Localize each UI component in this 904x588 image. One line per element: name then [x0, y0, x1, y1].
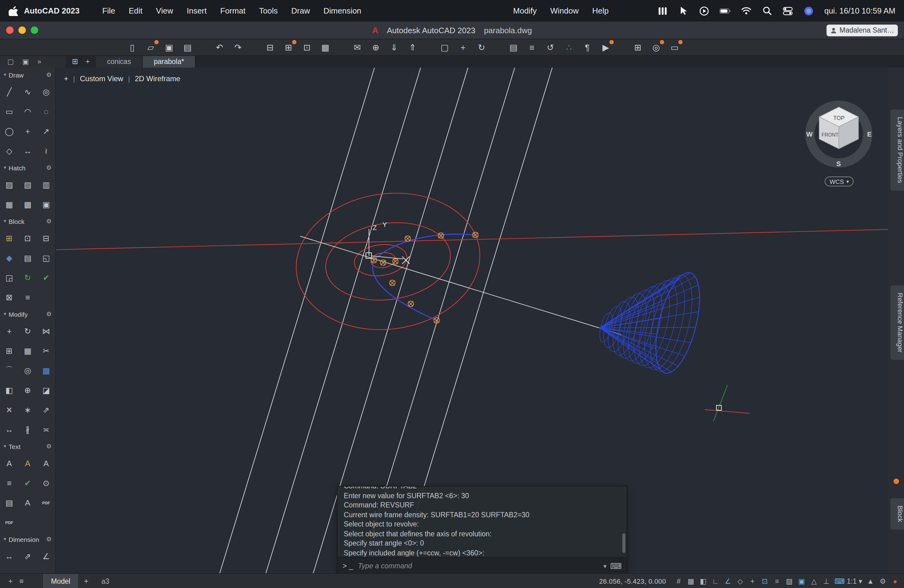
polygon-tool-icon[interactable]: ◇: [0, 141, 19, 161]
command-line-window[interactable]: Command: SURFTAB2Enter new value for SUR…: [337, 486, 627, 574]
ray-tool-icon[interactable]: ↗: [37, 121, 55, 141]
update-fields-icon[interactable]: ↺: [544, 41, 556, 53]
palette-add-button[interactable]: +: [5, 577, 16, 585]
annotation-visibility-toggle[interactable]: ▲: [866, 577, 874, 585]
point-style-icon[interactable]: ∴: [563, 41, 575, 53]
menu-format[interactable]: Format: [213, 6, 252, 15]
palette-grid-icon[interactable]: ▣: [22, 57, 29, 65]
line-tool-icon[interactable]: ╱: [0, 82, 19, 101]
compass-east-label[interactable]: E: [867, 130, 872, 138]
annotation-scale-toggle[interactable]: 1:1 ▾: [847, 577, 862, 585]
insert-block-tool-icon[interactable]: ⊞: [0, 228, 19, 248]
plot-preview-icon[interactable]: ⊡: [301, 41, 313, 53]
apple-menu-icon[interactable]: [9, 6, 18, 16]
add-layout-button[interactable]: +: [78, 576, 94, 586]
dynamic-input-toggle[interactable]: ⌨: [834, 577, 842, 585]
compass-west-label[interactable]: W: [806, 130, 813, 138]
spotlight-search-icon[interactable]: [762, 5, 773, 16]
menu-modify[interactable]: Modify: [506, 6, 544, 15]
overflow-chevron-icon[interactable]: »: [38, 58, 41, 65]
angular-dimension-tool-icon[interactable]: ∠: [37, 546, 55, 566]
edit-text-tool-icon[interactable]: A: [19, 453, 37, 473]
pan-icon[interactable]: +: [457, 41, 469, 53]
erase-tool-icon[interactable]: ✕: [0, 400, 19, 419]
3d-object-snap-toggle[interactable]: △: [810, 577, 818, 585]
rotate-tool-icon[interactable]: ↻: [19, 321, 37, 341]
justify-text-tool-icon[interactable]: ≡: [0, 473, 19, 493]
menu-bar-clock[interactable]: qui. 16/10 10:59 AM: [824, 6, 895, 15]
stretch-tool-icon[interactable]: ↔: [0, 419, 19, 439]
manage-attributes-tool-icon[interactable]: ▤: [19, 248, 37, 267]
screen-recording-icon[interactable]: [699, 5, 710, 16]
save-icon[interactable]: ▣: [163, 41, 175, 53]
extrude-tool-icon[interactable]: ◧: [0, 380, 19, 400]
layers-icon[interactable]: ≡: [526, 41, 538, 53]
palette-section-header-dimension[interactable]: ▾Dimension⚙: [0, 532, 55, 546]
export-icon[interactable]: ⇑: [406, 41, 419, 53]
spline-tool-icon[interactable]: ≀: [37, 141, 55, 161]
solid-fill-tool-icon[interactable]: ▩: [19, 194, 37, 214]
point-tool-icon[interactable]: +: [19, 121, 37, 141]
settings-gear-icon[interactable]: ⚙: [46, 218, 52, 224]
aligned-dimension-tool-icon[interactable]: ⇗: [19, 546, 37, 566]
settings-gear-icon[interactable]: ⚙: [46, 71, 52, 78]
wcs-dropdown[interactable]: WCS ▾: [825, 177, 854, 187]
fillet-tool-icon[interactable]: ⌒: [0, 360, 19, 380]
set-base-point-tool-icon[interactable]: ◲: [0, 267, 19, 287]
menu-window[interactable]: Window: [543, 6, 585, 15]
panel-tab-reference-manager[interactable]: Reference Manager: [890, 285, 904, 360]
revision-cloud-tool-icon[interactable]: ◌: [37, 101, 55, 121]
snap-mode-toggle[interactable]: ▦: [687, 577, 695, 585]
break-tool-icon[interactable]: ∦: [19, 419, 37, 439]
red-axis-line[interactable]: [55, 229, 888, 250]
spell-check-tool-icon[interactable]: ✔: [19, 473, 37, 493]
selection-cycling-toggle[interactable]: ▣: [798, 577, 806, 585]
settings-gear-icon[interactable]: ⚙: [46, 443, 52, 450]
point-marker[interactable]: [380, 260, 386, 266]
palette-section-header-text[interactable]: ▾Text⚙: [0, 439, 55, 453]
redo-icon[interactable]: ↷: [232, 41, 244, 53]
infer-constraints-toggle[interactable]: ◧: [699, 577, 707, 585]
palette-section-header-block[interactable]: ▾Block⚙: [0, 214, 55, 228]
rectangular-array-tool-icon[interactable]: ▩: [37, 360, 55, 380]
mirror-tool-icon[interactable]: ⋈: [37, 321, 55, 341]
import-icon[interactable]: ⇓: [388, 41, 400, 53]
visual-style-control[interactable]: 2D Wireframe: [135, 74, 180, 83]
view-name-control[interactable]: Custom View: [80, 74, 123, 83]
export-pdf-tool-icon[interactable]: PDF: [37, 493, 55, 512]
drawing-tab-conicas[interactable]: conicas: [96, 55, 143, 68]
array-tool-icon[interactable]: ▦: [19, 341, 37, 360]
move-tool-icon[interactable]: +: [0, 321, 19, 341]
viewport-menu-control[interactable]: +: [64, 74, 68, 83]
construction-line-tool-icon[interactable]: ↔: [19, 141, 37, 161]
join-tool-icon[interactable]: ≍: [37, 419, 55, 439]
control-center-icon[interactable]: [782, 5, 793, 16]
tool-sets-icon[interactable]: ▤: [507, 41, 520, 53]
settings-gear-icon[interactable]: ⚙: [46, 536, 52, 542]
menu-edit[interactable]: Edit: [122, 6, 149, 15]
offset-tool-icon[interactable]: ◎: [19, 360, 37, 380]
linear-dimension-tool-icon[interactable]: ↔: [0, 546, 19, 566]
create-block-tool-icon[interactable]: ⊡: [19, 228, 37, 248]
boundary-tool-icon[interactable]: ▥: [37, 175, 55, 194]
compass-south-label[interactable]: S: [836, 160, 841, 168]
minimize-window-button[interactable]: [19, 27, 26, 34]
web-publish-icon[interactable]: ⊕: [370, 41, 382, 53]
menu-draw[interactable]: Draw: [284, 6, 317, 15]
user-account-icon[interactable]: [803, 5, 814, 16]
polar-tracking-toggle[interactable]: ∠: [724, 577, 732, 585]
menu-view[interactable]: View: [149, 6, 180, 15]
messages-icon[interactable]: ▭: [669, 41, 681, 53]
union-tool-icon[interactable]: ⊕: [19, 380, 37, 400]
dynamic-ucs-toggle[interactable]: ⊥: [822, 577, 830, 585]
arc-tool-icon[interactable]: ◠: [19, 101, 37, 121]
zoom-window-icon[interactable]: ▢: [438, 41, 451, 53]
find-text-tool-icon[interactable]: ⊙: [37, 473, 55, 493]
conic-ellipse[interactable]: [287, 182, 488, 341]
import-pdf-tool-icon[interactable]: PDF: [0, 512, 19, 532]
gradient-tool-icon[interactable]: ▧: [19, 175, 37, 194]
performance-monitor-toggle[interactable]: ●: [891, 577, 899, 585]
object-snap-toggle[interactable]: ⊡: [761, 577, 769, 585]
new-drawing-icon[interactable]: ▯: [126, 41, 138, 53]
command-history-dropdown-icon[interactable]: ▾: [603, 563, 606, 569]
